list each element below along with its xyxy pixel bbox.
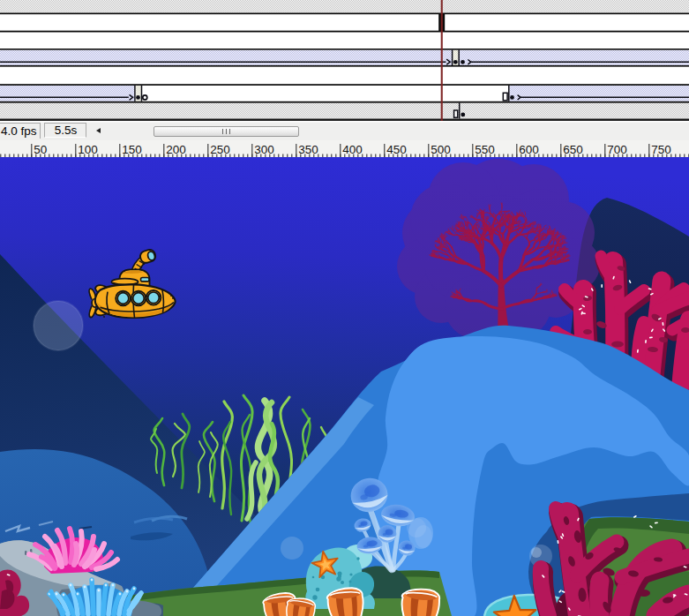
svg-text:50: 50 [34, 143, 47, 156]
svg-text:550: 550 [475, 143, 495, 156]
svg-text:600: 600 [519, 143, 539, 156]
svg-text:700: 700 [607, 143, 627, 156]
svg-text:400: 400 [342, 143, 363, 156]
svg-text:200: 200 [166, 143, 186, 156]
svg-text:650: 650 [563, 143, 583, 156]
svg-text:500: 500 [431, 143, 451, 156]
svg-text:100: 100 [78, 143, 98, 156]
svg-text:350: 350 [298, 143, 318, 156]
svg-text:750: 750 [651, 143, 671, 156]
svg-text:150: 150 [122, 143, 142, 156]
svg-text:450: 450 [386, 143, 407, 156]
svg-text:300: 300 [254, 143, 274, 156]
svg-text:250: 250 [210, 143, 230, 156]
